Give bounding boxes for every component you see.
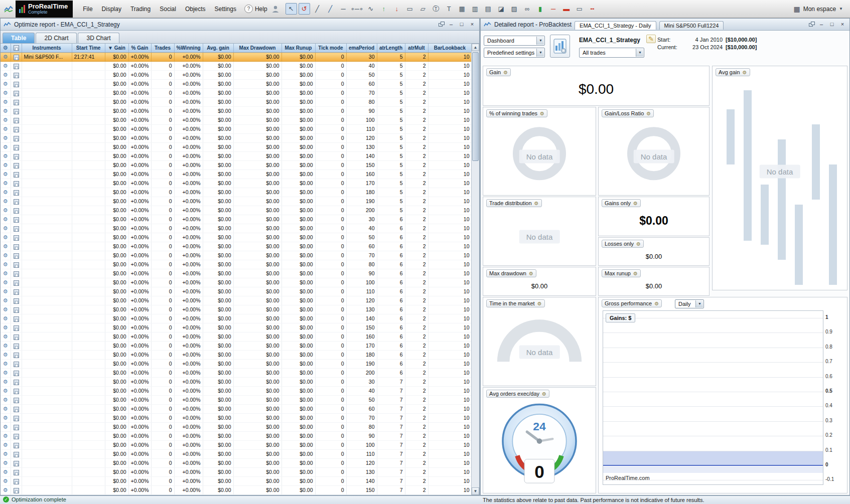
save-icon[interactable] [14,82,19,87]
vertical-scrollbar[interactable]: ▲ ▼ [471,44,479,495]
gear-icon[interactable]: ⚙ [3,487,8,493]
table-row[interactable]: ⚙$0.00+0.00%0+0.00%$0.00$0.00$0.00013062… [1,305,472,314]
save-icon[interactable] [14,389,19,394]
save-icon[interactable] [14,190,19,196]
frame-tool-icon[interactable]: ▭ [574,3,585,15]
gear-icon[interactable]: ⚙ [3,252,8,258]
maximize-button[interactable]: □ [828,21,836,28]
save-icon[interactable] [14,208,19,214]
save-icon[interactable] [14,145,19,150]
close-button[interactable]: × [838,21,846,28]
tab-2d-chart[interactable]: 2D Chart [36,33,77,43]
col-start-time[interactable]: Start Time [72,44,105,53]
gear-icon[interactable]: ⚙ [3,126,8,132]
table-row[interactable]: ⚙$0.00+0.00%0+0.00%$0.00$0.00$0.00010062… [1,278,472,287]
gear-icon[interactable]: ⚙ [3,460,8,466]
detach-icon[interactable] [809,22,815,27]
col-atrlength[interactable]: atrLength [377,44,405,53]
table-row[interactable]: ⚙$0.00+0.00%0+0.00%$0.00$0.00$0.00015062… [1,323,472,332]
table-row[interactable]: ⚙$0.00+0.00%0+0.00%$0.00$0.00$0.00010072… [1,441,472,450]
curve-tool-icon[interactable]: ∿ [365,3,376,15]
save-icon[interactable] [14,217,19,223]
scrollbar-thumb[interactable] [472,52,479,161]
save-icon[interactable] [14,316,19,322]
table-row[interactable]: ⚙$0.00+0.00%0+0.00%$0.00$0.00$0.00016062… [1,332,472,342]
trades-filter-select[interactable]: All trades [579,48,644,58]
table-row[interactable]: ⚙$0.00+0.00%0+0.00%$0.00$0.00$0.00050721… [1,396,472,405]
gear-icon[interactable]: ⚙ [3,153,8,159]
table-row[interactable]: ⚙$0.00+0.00%0+0.00%$0.00$0.00$0.00080621… [1,260,472,269]
table-row[interactable]: ⚙$0.00+0.00%0+0.00%$0.00$0.00$0.00030621… [1,215,472,224]
sell-arrow-icon[interactable]: ↓ [391,3,402,15]
table-row[interactable]: ⚙$0.00+0.00%0+0.00%$0.00$0.00$0.00018052… [1,188,472,197]
header-save[interactable] [11,44,22,53]
winning-trades-chip[interactable]: % of winning trades⚙ [486,109,547,117]
save-icon[interactable] [14,118,19,123]
table-row[interactable]: ⚙$0.00+0.00%0+0.00%$0.00$0.00$0.00060621… [1,242,472,251]
col-avg-gain[interactable]: Avg. gain [203,44,233,53]
gear-icon[interactable]: ⚙ [3,315,8,321]
avg-orders-chip[interactable]: Avg orders exec/day⚙ [486,390,549,398]
save-icon[interactable] [14,136,19,141]
gear-icon[interactable]: ⚙ [3,162,8,168]
gear-icon[interactable]: ⚙ [3,288,8,294]
link-tool-icon[interactable]: ∞ [521,3,533,15]
save-icon[interactable] [14,100,19,105]
col-gain[interactable]: ▼ Gain [105,44,128,53]
table-row[interactable]: ⚙$0.00+0.00%0+0.00%$0.00$0.00$0.00050621… [1,233,472,242]
table-row[interactable]: ⚙Mini S&P500 F...21:27:41$0.00+0.00%0+0.… [1,53,472,62]
scroll-down-button[interactable]: ▼ [472,487,479,495]
gear-icon[interactable]: ⚙ [3,478,8,484]
save-icon[interactable] [14,461,19,466]
profile-icon[interactable] [271,5,280,14]
gear-icon[interactable]: ⚙ [3,433,8,439]
gear-icon[interactable]: ⚙ [3,243,8,249]
table-row[interactable]: ⚙$0.00+0.00%0+0.00%$0.00$0.00$0.00060721… [1,405,472,414]
gear-icon[interactable]: ⚙ [3,99,8,105]
table-row[interactable]: ⚙$0.00+0.00%0+0.00%$0.00$0.00$0.00070621… [1,251,472,260]
col-tick-mode[interactable]: Tick mode [315,44,346,53]
save-icon[interactable] [14,443,19,448]
gear-icon[interactable]: ⚙ [3,117,8,123]
gear-icon[interactable]: ⚙ [3,424,8,430]
table-row[interactable]: ⚙$0.00+0.00%0+0.00%$0.00$0.00$0.00015072… [1,486,472,495]
table-row[interactable]: ⚙$0.00+0.00%0+0.00%$0.00$0.00$0.00020062… [1,369,472,378]
gear-icon[interactable]: ⚙ [3,333,8,340]
save-icon[interactable] [14,235,19,241]
save-icon[interactable] [14,452,19,457]
gear-icon[interactable]: ⚙ [3,144,8,150]
gear-icon[interactable]: ⚙ [3,352,8,358]
save-icon[interactable] [14,398,19,403]
gains-only-chip[interactable]: Gains only⚙ [602,199,641,207]
gear-icon[interactable]: ⚙ [3,189,8,195]
stop-line-icon[interactable]: ─ [547,3,559,15]
gear-icon[interactable]: ⚙ [3,343,8,349]
workspace-menu[interactable]: ▦ Mon espace ▼ [793,5,846,13]
gear-icon[interactable]: ⚙ [3,297,8,303]
menu-trading[interactable]: Trading [126,3,155,15]
save-icon[interactable] [14,298,19,304]
save-icon[interactable] [14,488,19,493]
period-select[interactable]: Daily [675,299,704,308]
gear-icon[interactable]: ⚙ [3,207,8,213]
save-icon[interactable] [14,64,19,69]
gear-icon[interactable]: ⚙ [3,225,8,231]
table-row[interactable]: ⚙$0.00+0.00%0+0.00%$0.00$0.00$0.00016072… [1,495,472,495]
col-max-drawdown[interactable]: Max Drawdown [233,44,281,53]
circled-text-tool-icon[interactable]: Ⓣ [430,3,442,15]
list-chart-icon[interactable]: ▤ [482,3,494,15]
save-icon[interactable] [14,362,19,367]
table-row[interactable]: ⚙$0.00+0.00%0+0.00%$0.00$0.00$0.00018062… [1,351,472,360]
gear-icon[interactable]: ⚙ [3,270,8,276]
gear-icon[interactable]: ⚙ [3,63,8,69]
col--winning[interactable]: %Winning [174,44,203,53]
save-icon[interactable] [14,307,19,313]
gear-icon[interactable]: ⚙ [3,451,8,457]
col-atrmult[interactable]: atrMult [405,44,428,53]
save-icon[interactable] [14,416,19,421]
table-row[interactable]: ⚙$0.00+0.00%0+0.00%$0.00$0.00$0.00090721… [1,432,472,441]
max-drawdown-chip[interactable]: Max drawdown⚙ [486,269,536,277]
avg-gain-card-chip[interactable]: Avg gain⚙ [716,68,750,76]
pattern-chart-icon[interactable]: ▦ [456,3,468,15]
gear-icon[interactable]: ⚙ [3,198,8,204]
